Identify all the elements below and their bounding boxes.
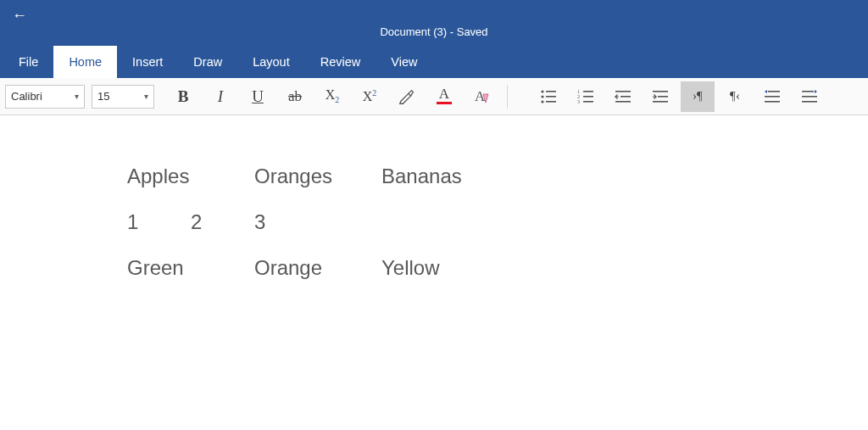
svg-rect-13 [615,91,631,92]
document-page[interactable]: Apples Oranges Bananas 1 2 3 Green Orang… [0,115,868,430]
bullets-button[interactable] [531,81,565,112]
svg-rect-20 [765,96,780,98]
svg-rect-10 [583,96,593,98]
special-indent-right-button[interactable] [793,81,826,112]
document-title: Document (3) - Saved [380,25,487,38]
svg-rect-24 [802,101,817,103]
svg-rect-15 [615,101,631,103]
svg-rect-6 [546,101,556,103]
superscript-button[interactable]: X2 [353,81,387,112]
cell[interactable]: Bananas [381,165,509,210]
rtl-paragraph-button[interactable]: ¶‹ [718,81,752,112]
chevron-down-icon: ▾ [75,92,79,101]
clear-formatting-button[interactable]: A [465,81,498,112]
highlight-button[interactable] [390,81,424,112]
tab-layout[interactable]: Layout [237,46,305,78]
numbering-icon: 1 2 3 [576,88,595,105]
underline-button[interactable]: U [241,81,275,112]
table-row: Green Orange Yellow [127,256,509,302]
font-name-value: Calibri [11,90,42,103]
cell[interactable] [381,210,509,256]
cell[interactable]: 2 [191,210,254,256]
tab-draw[interactable]: Draw [178,46,237,78]
numbering-button[interactable]: 1 2 3 [569,81,603,112]
cell[interactable] [191,165,254,210]
special-indent-right-icon [800,88,819,105]
font-size-combo[interactable]: 15 ▾ [92,85,154,109]
cell[interactable]: Green [127,256,191,302]
font-name-combo[interactable]: Calibri ▾ [5,85,85,109]
document-body[interactable]: Apples Oranges Bananas 1 2 3 Green Orang… [127,165,509,302]
decrease-indent-button[interactable] [606,81,640,112]
font-size-value: 15 [97,90,109,103]
bullets-icon [539,88,558,105]
chevron-down-icon: ▾ [144,92,148,101]
tab-review[interactable]: Review [305,46,376,78]
cell[interactable]: Apples [127,165,191,210]
svg-rect-4 [546,96,556,98]
svg-rect-16 [653,91,668,92]
table-row: 1 2 3 [127,210,509,256]
back-arrow-icon[interactable]: ← [12,7,27,25]
ltr-paragraph-button[interactable]: ›¶ [681,81,715,112]
svg-rect-14 [620,96,631,98]
separator [507,85,508,109]
tab-view[interactable]: View [376,46,432,78]
svg-rect-2 [546,91,556,92]
special-indent-left-button[interactable] [755,81,789,112]
svg-rect-18 [653,101,668,103]
cell[interactable]: Orange [254,256,381,302]
highlighter-icon [398,87,416,106]
increase-indent-button[interactable] [643,81,677,112]
cell[interactable] [191,256,254,302]
font-color-button[interactable]: A [427,81,461,112]
ribbon: Calibri ▾ 15 ▾ B I U ab X2 X2 A A [0,78,868,115]
tab-insert[interactable]: Insert [117,46,178,78]
table-row: Apples Oranges Bananas [127,165,509,210]
subscript-button[interactable]: X2 [315,81,349,112]
cell[interactable]: 1 [127,210,191,256]
svg-text:3: 3 [577,99,580,104]
cell[interactable]: Oranges [254,165,381,210]
title-bar: ← Document (3) - Saved [0,0,868,46]
svg-point-3 [541,95,543,98]
svg-rect-19 [768,91,780,92]
svg-rect-23 [802,96,817,98]
menu-tabs: File Home Insert Draw Layout Review View [0,46,868,78]
cell[interactable]: Yellow [381,256,509,302]
svg-rect-22 [802,91,814,92]
svg-point-1 [541,90,543,92]
svg-rect-21 [765,101,780,103]
tab-file[interactable]: File [3,46,53,78]
strikethrough-button[interactable]: ab [278,81,312,112]
italic-button[interactable]: I [203,81,237,112]
increase-indent-icon [651,88,670,105]
clear-format-icon: A [471,87,492,106]
special-indent-left-icon [763,88,782,105]
svg-rect-8 [583,91,593,92]
decrease-indent-icon [614,88,632,105]
svg-rect-12 [583,101,593,103]
bold-button[interactable]: B [166,81,200,112]
svg-point-5 [541,100,543,103]
cell[interactable]: 3 [254,210,381,256]
svg-rect-17 [658,96,668,98]
tab-home[interactable]: Home [53,46,117,78]
